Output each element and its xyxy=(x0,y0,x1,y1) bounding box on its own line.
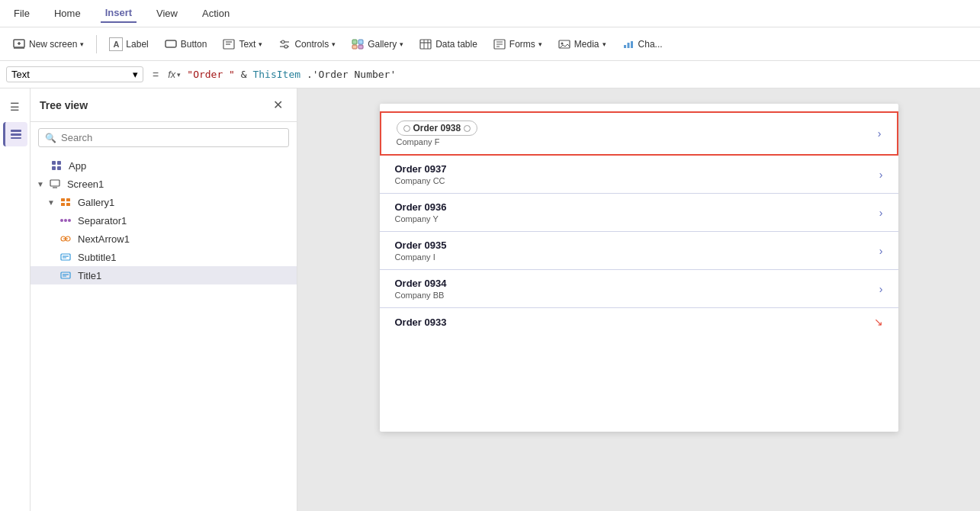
svg-point-25 xyxy=(561,42,563,44)
menu-file[interactable]: File xyxy=(9,5,34,22)
tree-title: Tree view xyxy=(40,99,88,111)
gallery-row-5-content: Order 0934 Company BB xyxy=(395,278,873,300)
formula-equals: = xyxy=(149,69,162,81)
fx-chevron: ▾ xyxy=(177,71,181,79)
svg-rect-29 xyxy=(11,130,21,132)
svg-rect-36 xyxy=(50,180,59,186)
gallery-row-6[interactable]: Order 0933 ↘ xyxy=(380,308,898,336)
text-chevron: ▾ xyxy=(259,40,262,48)
gallery-row-2[interactable]: Order 0937 Company CC › xyxy=(380,156,898,194)
gallery-chevron: ▾ xyxy=(400,40,403,48)
gallery-row-1[interactable]: Order 0938 Company F › xyxy=(380,111,898,156)
forms-button[interactable]: Forms ▾ xyxy=(487,34,548,54)
svg-rect-26 xyxy=(624,45,626,48)
gallery-row-6-chevron: ↘ xyxy=(874,316,883,328)
row1-order-text: Order 0938 xyxy=(413,123,461,133)
svg-rect-32 xyxy=(52,161,56,165)
new-screen-icon xyxy=(12,37,26,51)
data-table-label: Data table xyxy=(435,39,477,50)
tree-panel: Tree view ✕ 🔍 App xyxy=(31,88,297,511)
svg-rect-41 xyxy=(66,203,70,206)
menu-insert[interactable]: Insert xyxy=(101,4,137,23)
text-button[interactable]: Text ▾ xyxy=(216,34,268,54)
hamburger-menu-button[interactable]: ☰ xyxy=(3,95,27,119)
data-table-button[interactable]: Data table xyxy=(413,34,484,54)
tree-item-screen1[interactable]: ▼ Screen1 xyxy=(31,175,297,193)
search-input[interactable] xyxy=(61,132,282,143)
toolbar-divider-1 xyxy=(96,35,97,53)
media-button[interactable]: Media ▾ xyxy=(551,34,612,54)
tree-close-button[interactable]: ✕ xyxy=(268,96,288,114)
menu-home[interactable]: Home xyxy=(50,5,85,22)
tree-item-separator1[interactable]: Separator1 xyxy=(31,211,297,230)
new-screen-button[interactable]: New screen ▾ xyxy=(6,34,90,54)
gallery-button[interactable]: Gallery ▾ xyxy=(345,34,410,54)
gallery-row-5-chevron: › xyxy=(879,283,883,295)
svg-rect-14 xyxy=(352,45,357,49)
button-icon xyxy=(164,37,178,51)
svg-point-11 xyxy=(284,45,288,48)
formula-string-part: "Order " xyxy=(187,69,235,80)
svg-point-42 xyxy=(60,219,63,222)
formula-selector[interactable]: Text ▾ xyxy=(6,66,143,82)
gallery-label: Gallery xyxy=(368,39,397,50)
canvas-area: Order 0938 Company F › Order 0937 Compan… xyxy=(297,88,980,511)
gallery-row-4-title: Order 0935 xyxy=(395,239,873,251)
svg-rect-39 xyxy=(66,198,70,201)
sidebar-icons: ☰ xyxy=(0,88,31,511)
screen1-label: Screen1 xyxy=(67,178,104,190)
svg-rect-16 xyxy=(420,40,431,49)
tree-item-subtitle1[interactable]: Subtitle1 xyxy=(31,248,297,266)
gallery-row-5-subtitle: Company BB xyxy=(395,291,873,300)
label-icon: A xyxy=(109,37,123,51)
button-label: Button xyxy=(181,39,207,50)
title1-label: Title1 xyxy=(78,270,101,281)
gallery1-chevron: ▼ xyxy=(47,198,55,207)
formula-selector-value: Text xyxy=(11,69,30,80)
menu-view[interactable]: View xyxy=(152,5,182,22)
svg-rect-34 xyxy=(52,166,56,170)
tree-item-gallery1[interactable]: ▼ Gallery1 xyxy=(31,193,297,211)
gallery-row-3[interactable]: Order 0936 Company Y › xyxy=(380,194,898,232)
button-button[interactable]: Button xyxy=(158,34,214,54)
subtitle-tree-icon xyxy=(59,251,72,263)
new-screen-label: New screen xyxy=(29,39,77,50)
search-box: 🔍 xyxy=(38,128,289,147)
controls-chevron: ▾ xyxy=(332,40,336,48)
controls-icon xyxy=(278,37,291,51)
label-button[interactable]: A Label xyxy=(103,34,154,54)
gallery-row-5[interactable]: Order 0934 Company BB › xyxy=(380,270,898,308)
media-label: Media xyxy=(574,39,599,50)
tree-item-app[interactable]: App xyxy=(31,156,297,175)
separator1-label: Separator1 xyxy=(78,215,127,227)
svg-rect-40 xyxy=(61,203,65,206)
gallery-row-4-chevron: › xyxy=(879,245,883,257)
svg-rect-13 xyxy=(358,40,363,44)
text-icon xyxy=(222,37,236,51)
subtitle1-label: Subtitle1 xyxy=(78,252,117,263)
charts-button[interactable]: Cha... xyxy=(615,34,669,54)
controls-button[interactable]: Controls ▾ xyxy=(272,34,342,54)
controls-label: Controls xyxy=(294,39,329,50)
gallery-row-4[interactable]: Order 0935 Company I › xyxy=(380,232,898,270)
gallery-row-3-content: Order 0936 Company Y xyxy=(395,201,873,223)
label-label: Label xyxy=(126,39,148,50)
tree-item-nextarrow1[interactable]: NextArrow1 xyxy=(31,230,297,248)
svg-rect-35 xyxy=(57,166,61,170)
formula-content[interactable]: "Order " & ThisItem .'Order Number' xyxy=(187,69,396,80)
gallery-row-3-subtitle: Company Y xyxy=(395,214,873,223)
data-table-icon xyxy=(419,37,432,51)
tree-item-title1[interactable]: Title1 xyxy=(31,266,297,284)
forms-label: Forms xyxy=(509,39,535,50)
gallery-row-6-content: Order 0933 xyxy=(395,317,868,328)
gallery-row-4-subtitle: Company I xyxy=(395,252,873,262)
menu-action[interactable]: Action xyxy=(198,5,234,22)
layers-button[interactable] xyxy=(3,122,27,146)
main-area: ☰ Tree view ✕ 🔍 xyxy=(0,88,980,511)
gallery-row-1-subtitle: Company F xyxy=(397,137,872,146)
gallery-row-2-subtitle: Company CC xyxy=(395,176,873,185)
svg-rect-27 xyxy=(627,43,629,48)
fx-label[interactable]: fx ▾ xyxy=(168,69,181,80)
fx-text: fx xyxy=(168,69,175,80)
gallery-row-4-content: Order 0935 Company I xyxy=(395,239,873,262)
